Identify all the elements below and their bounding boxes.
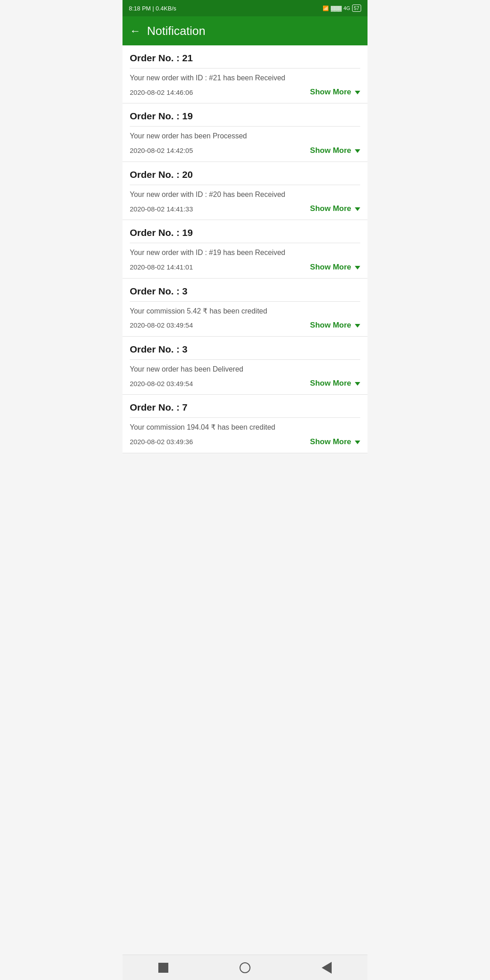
- chevron-down-icon: [355, 91, 360, 94]
- order-message: Your new order with ID : #20 has been Re…: [130, 190, 360, 200]
- show-more-button[interactable]: Show More: [310, 379, 360, 388]
- order-footer: 2020-08-02 14:41:01 Show More: [130, 263, 360, 272]
- order-title: Order No. : 7: [130, 402, 360, 418]
- notification-card-4: Order No. : 19 Your new order with ID : …: [122, 220, 368, 278]
- chevron-down-icon: [355, 266, 360, 270]
- order-timestamp: 2020-08-02 14:41:33: [130, 205, 193, 213]
- show-more-button[interactable]: Show More: [310, 204, 360, 213]
- status-icons: 📶 ▓▓▓ 4G 57: [323, 5, 361, 12]
- show-more-button[interactable]: Show More: [310, 321, 360, 330]
- order-title: Order No. : 21: [130, 53, 360, 69]
- notification-card-5: Order No. : 3 Your commission 5.42 ₹ has…: [122, 279, 368, 337]
- order-footer: 2020-08-02 03:49:54 Show More: [130, 379, 360, 388]
- order-footer: 2020-08-02 14:42:05 Show More: [130, 146, 360, 155]
- order-timestamp: 2020-08-02 14:42:05: [130, 147, 193, 154]
- chevron-down-icon: [355, 441, 360, 444]
- order-footer: 2020-08-02 14:46:06 Show More: [130, 88, 360, 97]
- order-timestamp: 2020-08-02 14:41:01: [130, 263, 193, 271]
- order-timestamp: 2020-08-02 03:49:54: [130, 321, 193, 329]
- order-timestamp: 2020-08-02 03:49:54: [130, 380, 193, 387]
- show-more-button[interactable]: Show More: [310, 88, 360, 97]
- notifications-wrapper: Order No. : 21 Your new order with ID : …: [122, 45, 368, 479]
- order-message: Your new order with ID : #21 has been Re…: [130, 73, 360, 83]
- notification-card-1: Order No. : 21 Your new order with ID : …: [122, 45, 368, 103]
- chevron-down-icon: [355, 207, 360, 211]
- show-more-button[interactable]: Show More: [310, 263, 360, 272]
- order-timestamp: 2020-08-02 14:46:06: [130, 88, 193, 96]
- order-title: Order No. : 19: [130, 111, 360, 127]
- notification-card-2: Order No. : 19 Your new order has been P…: [122, 103, 368, 162]
- notifications-list: Order No. : 21 Your new order with ID : …: [122, 45, 368, 453]
- show-more-button[interactable]: Show More: [310, 437, 360, 446]
- order-title: Order No. : 3: [130, 344, 360, 360]
- order-title: Order No. : 20: [130, 169, 360, 185]
- order-message: Your new order has been Delivered: [130, 364, 360, 374]
- order-title: Order No. : 19: [130, 227, 360, 243]
- order-message: Your commission 5.42 ₹ has been credited: [130, 306, 360, 316]
- chevron-down-icon: [355, 324, 360, 328]
- order-footer: 2020-08-02 03:49:54 Show More: [130, 321, 360, 330]
- order-footer: 2020-08-02 03:49:36 Show More: [130, 437, 360, 446]
- back-button[interactable]: ←: [130, 24, 141, 37]
- 4g-icon: 4G: [343, 5, 350, 11]
- page-title: Notification: [147, 24, 206, 38]
- status-time: 8:18 PM | 0.4KB/s: [129, 5, 176, 12]
- order-title: Order No. : 3: [130, 286, 360, 302]
- signal-icon: ▓▓▓: [331, 5, 342, 11]
- order-timestamp: 2020-08-02 03:49:36: [130, 438, 193, 446]
- chevron-down-icon: [355, 149, 360, 153]
- battery-icon: 57: [352, 5, 361, 12]
- order-message: Your new order has been Processed: [130, 131, 360, 141]
- header: ← Notification: [122, 16, 368, 45]
- order-message: Your commission 194.04 ₹ has been credit…: [130, 422, 360, 432]
- notification-card-3: Order No. : 20 Your new order with ID : …: [122, 162, 368, 220]
- show-more-button[interactable]: Show More: [310, 146, 360, 155]
- order-footer: 2020-08-02 14:41:33 Show More: [130, 204, 360, 213]
- notification-card-6: Order No. : 3 Your new order has been De…: [122, 337, 368, 395]
- status-bar: 8:18 PM | 0.4KB/s 📶 ▓▓▓ 4G 57: [122, 0, 368, 16]
- chevron-down-icon: [355, 382, 360, 386]
- notification-card-7: Order No. : 7 Your commission 194.04 ₹ h…: [122, 395, 368, 453]
- order-message: Your new order with ID : #19 has been Re…: [130, 248, 360, 258]
- wifi-icon: 📶: [323, 5, 329, 11]
